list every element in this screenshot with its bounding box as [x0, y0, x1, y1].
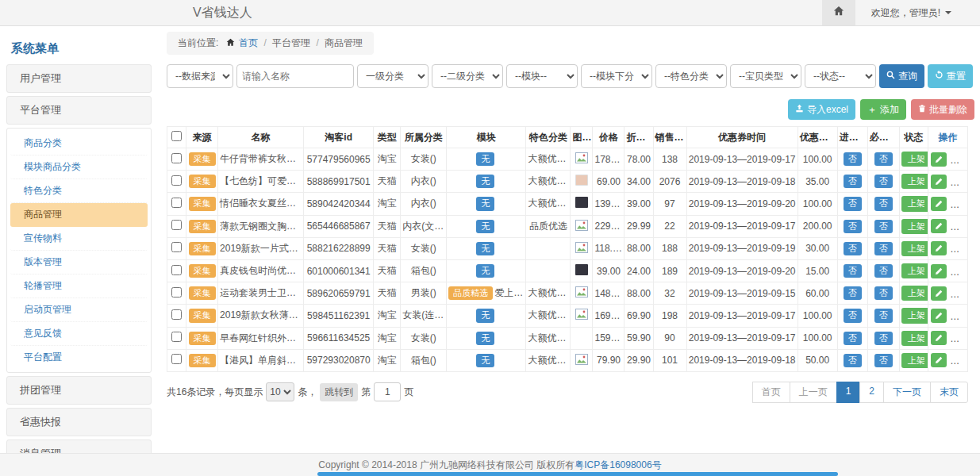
must-buy-toggle[interactable]: 否: [874, 175, 893, 188]
delete-button[interactable]: [951, 219, 967, 233]
sidebar-subitem[interactable]: 意见反馈: [10, 322, 148, 346]
page-button[interactable]: 上一页: [790, 382, 837, 403]
sidebar-subitem[interactable]: 商品分类: [10, 132, 148, 155]
row-checkbox[interactable]: [171, 220, 182, 230]
row-checkbox[interactable]: [171, 287, 182, 298]
edit-button[interactable]: [931, 197, 947, 211]
edit-button[interactable]: [931, 241, 947, 255]
filter-select[interactable]: --状态--: [805, 64, 876, 88]
page-button[interactable]: 下一页: [883, 382, 931, 403]
row-checkbox[interactable]: [171, 198, 182, 208]
edit-button[interactable]: [931, 353, 947, 367]
import-select-toggle[interactable]: 否: [844, 175, 862, 188]
bottom-scrollbar[interactable]: [317, 472, 838, 476]
filter-select[interactable]: --特色分类--: [655, 64, 727, 88]
row-checkbox[interactable]: [171, 265, 182, 275]
status-toggle[interactable]: 上架: [901, 263, 928, 278]
page-button[interactable]: 2: [859, 382, 884, 403]
sidebar-subitem[interactable]: 启动页管理: [10, 298, 148, 322]
must-buy-toggle[interactable]: 否: [874, 242, 893, 255]
must-buy-toggle[interactable]: 否: [874, 152, 893, 166]
sidebar-subitem[interactable]: 平台配置: [10, 346, 148, 369]
name-search-input[interactable]: [236, 64, 354, 88]
search-button[interactable]: 查询: [879, 64, 924, 88]
row-checkbox[interactable]: [171, 332, 182, 342]
sidebar-subitem[interactable]: 宣传物料: [10, 227, 148, 251]
row-checkbox[interactable]: [171, 175, 182, 186]
user-menu[interactable]: 欢迎您，管理员!: [855, 6, 980, 20]
icp-link[interactable]: 粤ICP备16098006号: [575, 459, 661, 470]
sidebar-subitem[interactable]: 特色分类: [10, 179, 148, 203]
row-checkbox[interactable]: [171, 242, 182, 252]
page-button[interactable]: 首页: [752, 382, 790, 403]
breadcrumb-home-link[interactable]: 首页: [239, 37, 258, 48]
edit-button[interactable]: [931, 264, 947, 278]
delete-button[interactable]: [951, 175, 967, 189]
row-checkbox[interactable]: [171, 354, 182, 364]
delete-button[interactable]: [951, 152, 967, 167]
import-excel-button[interactable]: 导入excel: [788, 99, 855, 120]
delete-button[interactable]: [951, 309, 967, 323]
import-select-toggle[interactable]: 否: [844, 152, 862, 166]
delete-button[interactable]: [951, 331, 967, 345]
sidebar-item[interactable]: 省惠快报: [6, 408, 152, 436]
status-toggle[interactable]: 上架: [901, 353, 928, 368]
sidebar-subitem[interactable]: 版本管理: [10, 251, 148, 274]
delete-button[interactable]: [951, 264, 967, 278]
select-all-checkbox[interactable]: [171, 131, 182, 141]
sidebar-subitem[interactable]: 模块商品分类: [10, 155, 148, 179]
import-select-toggle[interactable]: 否: [844, 286, 862, 300]
delete-button[interactable]: [951, 353, 967, 367]
import-select-toggle[interactable]: 否: [844, 197, 862, 210]
jump-button[interactable]: 跳转到: [320, 383, 358, 401]
row-checkbox[interactable]: [171, 153, 182, 163]
edit-button[interactable]: [931, 219, 947, 233]
per-page-select[interactable]: 10: [266, 382, 294, 401]
status-toggle[interactable]: 上架: [901, 152, 928, 167]
status-toggle[interactable]: 上架: [901, 219, 928, 234]
sidebar-item-platform-mgmt[interactable]: 平台管理: [6, 96, 152, 125]
import-select-toggle[interactable]: 否: [844, 264, 862, 278]
import-select-toggle[interactable]: 否: [844, 332, 862, 345]
must-buy-toggle[interactable]: 否: [874, 309, 893, 322]
edit-button[interactable]: [931, 152, 947, 167]
filter-select[interactable]: --模块下分类--: [581, 64, 652, 88]
must-buy-toggle[interactable]: 否: [874, 197, 893, 210]
page-button[interactable]: 末页: [930, 382, 968, 403]
status-toggle[interactable]: 上架: [901, 331, 928, 346]
delete-button[interactable]: [951, 197, 967, 211]
reset-button[interactable]: 重置: [928, 64, 973, 88]
batch-delete-button[interactable]: 批量删除: [911, 99, 974, 120]
row-checkbox[interactable]: [171, 309, 182, 320]
import-select-toggle[interactable]: 否: [844, 309, 862, 322]
status-toggle[interactable]: 上架: [901, 241, 928, 256]
status-toggle[interactable]: 上架: [901, 196, 928, 211]
sidebar-item[interactable]: 拼团管理: [6, 376, 152, 405]
filter-select[interactable]: --模块--: [506, 64, 578, 88]
edit-button[interactable]: [931, 175, 947, 189]
sidebar-subitem[interactable]: 商品管理: [10, 203, 148, 227]
must-buy-toggle[interactable]: 否: [874, 286, 893, 300]
delete-button[interactable]: [951, 241, 967, 255]
edit-button[interactable]: [931, 286, 947, 301]
filter-select[interactable]: --宝贝类型--: [730, 64, 801, 88]
must-buy-toggle[interactable]: 否: [874, 220, 893, 233]
edit-button[interactable]: [931, 331, 947, 345]
home-button[interactable]: [822, 0, 855, 25]
status-toggle[interactable]: 上架: [901, 286, 928, 301]
import-select-toggle[interactable]: 否: [844, 354, 862, 367]
edit-button[interactable]: [931, 309, 947, 323]
status-toggle[interactable]: 上架: [901, 174, 928, 189]
import-select-toggle[interactable]: 否: [844, 242, 862, 255]
jump-page-input[interactable]: [374, 382, 401, 401]
filter-select[interactable]: 一级分类: [357, 64, 429, 88]
sidebar-item-user-mgmt[interactable]: 用户管理: [6, 64, 152, 93]
must-buy-toggle[interactable]: 否: [874, 354, 893, 367]
status-toggle[interactable]: 上架: [901, 308, 928, 323]
filter-select[interactable]: --二级分类--: [432, 64, 503, 88]
must-buy-toggle[interactable]: 否: [874, 332, 893, 345]
delete-button[interactable]: [951, 286, 967, 301]
add-button[interactable]: ＋ 添加: [860, 99, 906, 120]
page-button[interactable]: 1: [836, 382, 861, 403]
must-buy-toggle[interactable]: 否: [874, 264, 893, 278]
